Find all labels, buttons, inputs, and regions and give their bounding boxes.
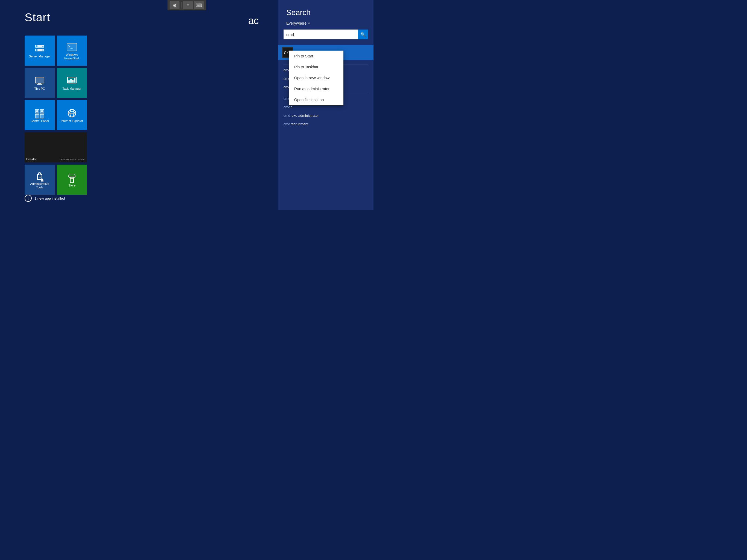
svg-rect-5: [36, 49, 37, 51]
search-submit-button[interactable]: 🔍: [358, 29, 368, 40]
context-menu-pin-to-start[interactable]: Pin to Start: [289, 51, 343, 61]
tile-this-pc-label: This PC: [34, 87, 45, 91]
suggestion-cmd-recruitment-suffix: recruitment: [291, 122, 308, 126]
powershell-icon: >_: [66, 41, 78, 53]
tile-admin-tools-label: AdministrativeTools: [30, 182, 49, 189]
suggestion-cmdexe-prefix: cmd: [284, 113, 290, 118]
server-manager-icon: [34, 43, 46, 55]
suggestion-cmdexe[interactable]: cmd .exe administrator: [278, 111, 374, 120]
notification-text: 1 new app installed: [34, 196, 65, 200]
svg-rect-4: [36, 45, 37, 47]
task-manager-icon: [66, 75, 78, 87]
tile-desktop[interactable]: Desktop Windows Server 2012 R2: [25, 132, 87, 162]
svg-rect-9: [35, 77, 44, 83]
tile-desktop-sublabel: Windows Server 2012 R2: [60, 158, 85, 161]
context-menu-pin-to-taskbar[interactable]: Pin to Taskbar: [289, 61, 343, 73]
tiles-container: Server Manager >_ WindowsPowerShell This…: [25, 35, 87, 195]
svg-rect-19: [35, 114, 39, 118]
context-menu-run-as-admin[interactable]: Run as administrator: [289, 83, 343, 94]
store-icon: [66, 172, 78, 184]
tile-store-label: Store: [68, 184, 75, 187]
suggestion-cmdh-prefix: cmd: [284, 105, 290, 109]
tile-powershell[interactable]: >_ WindowsPowerShell: [57, 35, 87, 66]
suggestion-cmd-recruitment-prefix: cmd: [284, 122, 290, 126]
context-menu-open-file-location[interactable]: Open file location: [289, 94, 343, 105]
svg-point-2: [42, 46, 44, 47]
svg-rect-16: [74, 78, 75, 82]
search-scope-label: Everywhere: [286, 21, 307, 25]
svg-point-21: [36, 110, 38, 112]
tile-this-pc[interactable]: This PC: [25, 68, 55, 98]
start-title: Start: [25, 11, 50, 24]
svg-rect-15: [72, 80, 74, 82]
tile-ie-label: Internet Explorer: [61, 119, 83, 123]
ie-icon: [66, 107, 78, 119]
svg-rect-10: [38, 83, 41, 84]
control-panel-icon: [34, 107, 46, 119]
tile-powershell-label: WindowsPowerShell: [64, 53, 80, 60]
toolbar-divider: [181, 2, 182, 8]
tile-store[interactable]: Store: [57, 164, 87, 195]
zoom-button[interactable]: ⊕: [170, 1, 180, 9]
svg-rect-11: [37, 84, 42, 85]
suggestion-cmd-recruitment[interactable]: cmd recruitment: [278, 120, 374, 128]
svg-point-3: [42, 50, 44, 51]
tile-task-manager[interactable]: Task Manager: [57, 68, 87, 98]
svg-rect-13: [68, 80, 70, 82]
search-input[interactable]: [284, 29, 358, 40]
search-scope-arrow-icon: ▾: [308, 21, 310, 25]
this-pc-icon: [34, 75, 46, 87]
search-title: Search: [278, 0, 374, 21]
svg-text:>_: >_: [68, 44, 73, 49]
admin-tools-icon: [34, 170, 46, 182]
svg-point-22: [41, 110, 43, 112]
top-toolbar: ⊕ ≡ ⌨: [168, 0, 206, 10]
tile-server-manager-label: Server Manager: [29, 55, 51, 58]
suggestion-cmdexe-suffix: .exe administrator: [291, 113, 319, 118]
bottom-notification: ↓ 1 new app installed: [25, 195, 65, 202]
svg-rect-14: [70, 79, 72, 82]
menu-button[interactable]: ≡: [183, 1, 193, 9]
tile-internet-explorer[interactable]: Internet Explorer: [57, 100, 87, 130]
tile-control-panel-label: Control Panel: [31, 119, 49, 123]
keyboard-button[interactable]: ⌨: [194, 1, 204, 9]
tile-server-manager[interactable]: Server Manager: [25, 35, 55, 66]
tile-admin-tools[interactable]: AdministrativeTools: [25, 164, 55, 195]
tile-task-manager-label: Task Manager: [62, 87, 81, 91]
tile-control-panel[interactable]: Control Panel: [25, 100, 55, 130]
search-panel: Search Everywhere ▾ 🔍 C:\ Command Prompt…: [278, 0, 374, 210]
download-icon: ↓: [25, 195, 32, 202]
context-menu-open-new-window[interactable]: Open in new window: [289, 73, 343, 83]
svg-rect-20: [40, 114, 44, 118]
suggestion-cmdh-suffix: h: [291, 105, 292, 109]
context-menu: Pin to Start Pin to Taskbar Open in new …: [289, 51, 343, 105]
search-scope-dropdown[interactable]: Everywhere ▾: [278, 21, 374, 29]
user-initial: ac: [248, 15, 259, 27]
svg-point-29: [41, 179, 43, 181]
search-input-container: 🔍: [278, 29, 374, 45]
